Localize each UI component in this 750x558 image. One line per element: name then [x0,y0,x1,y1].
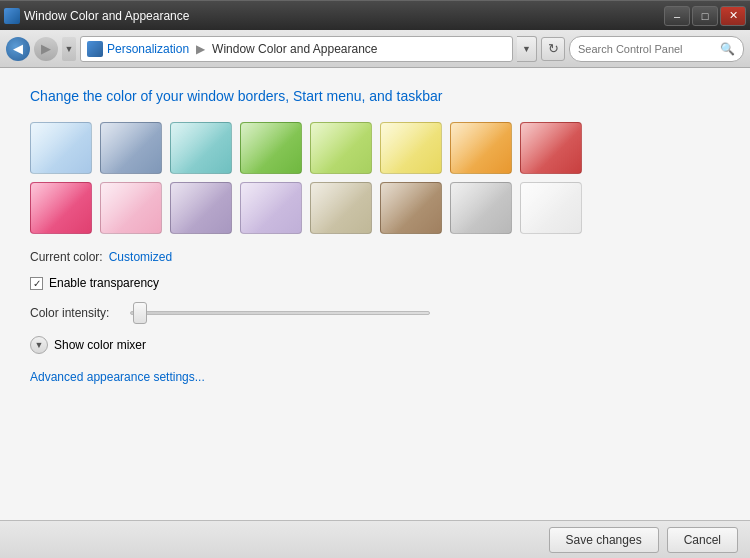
current-color-row: Current color: Customized [30,250,720,264]
address-personalization[interactable]: Personalization [107,42,189,56]
show-mixer-label: Show color mixer [54,338,146,352]
color-grid [30,122,720,234]
advanced-link[interactable]: Advanced appearance settings... [30,370,205,384]
nav-bar: ◀ ▶ ▼ Personalization ▶ Window Color and… [0,30,750,68]
color-swatch-red[interactable] [520,122,582,174]
address-current: Window Color and Appearance [212,42,377,56]
title-bar-left: Window Color and Appearance [4,8,189,24]
color-swatch-lime-green[interactable] [310,122,372,174]
color-swatch-teal[interactable] [170,122,232,174]
intensity-row: Color intensity: [30,306,720,320]
search-icon: 🔍 [720,42,735,56]
title-bar-controls: – □ ✕ [664,6,746,26]
chevron-down-icon[interactable]: ▼ [30,336,48,354]
recent-button[interactable]: ▼ [62,37,76,61]
color-swatch-light-purple[interactable] [240,182,302,234]
transparency-label: Enable transparency [49,276,159,290]
transparency-row[interactable]: ✓ Enable transparency [30,276,720,290]
current-color-value: Customized [109,250,172,264]
address-bar-icon [87,41,103,57]
address-separator: ▶ [196,42,205,56]
cancel-button[interactable]: Cancel [667,527,738,553]
color-swatch-slate-blue[interactable] [100,122,162,174]
color-swatch-white[interactable] [520,182,582,234]
color-swatch-yellow[interactable] [380,122,442,174]
color-swatch-orange[interactable] [450,122,512,174]
title-bar: Window Color and Appearance – □ ✕ [0,0,750,30]
color-swatch-khaki[interactable] [310,182,372,234]
window-icon [4,8,20,24]
minimize-button[interactable]: – [664,6,690,26]
intensity-label: Color intensity: [30,306,120,320]
color-swatch-brown[interactable] [380,182,442,234]
address-bar: Personalization ▶ Window Color and Appea… [80,36,513,62]
forward-button[interactable]: ▶ [34,37,58,61]
current-color-label: Current color: [30,250,103,264]
close-button[interactable]: ✕ [720,6,746,26]
transparency-checkbox[interactable]: ✓ [30,277,43,290]
color-swatch-green[interactable] [240,122,302,174]
bottom-bar: Save changes Cancel [0,520,750,558]
page-title: Change the color of your window borders,… [30,88,720,104]
save-button[interactable]: Save changes [549,527,659,553]
color-swatch-sky-blue[interactable] [30,122,92,174]
color-swatch-light-pink[interactable] [100,182,162,234]
back-button[interactable]: ◀ [6,37,30,61]
slider-thumb[interactable] [133,302,147,324]
show-mixer-row[interactable]: ▼ Show color mixer [30,336,720,354]
refresh-button[interactable]: ↻ [541,37,565,61]
color-swatch-hot-pink[interactable] [30,182,92,234]
address-dropdown[interactable]: ▼ [517,36,537,62]
color-swatch-silver[interactable] [450,182,512,234]
maximize-button[interactable]: □ [692,6,718,26]
title-bar-text: Window Color and Appearance [24,9,189,23]
search-bar[interactable]: 🔍 [569,36,744,62]
search-input[interactable] [578,43,716,55]
intensity-slider[interactable] [130,311,430,315]
main-content: Change the color of your window borders,… [0,68,750,520]
color-swatch-lavender[interactable] [170,182,232,234]
